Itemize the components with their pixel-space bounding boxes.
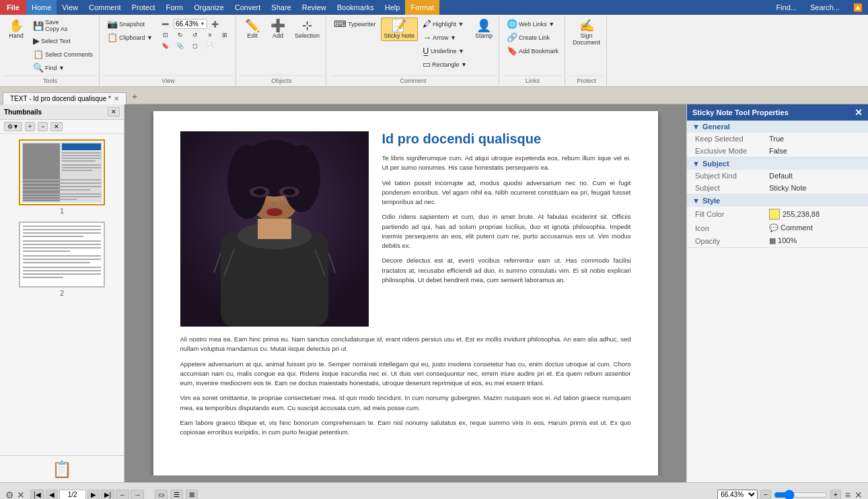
doc-scroll[interactable]: Id pro docendi qualisque Te libris signi… xyxy=(131,111,680,475)
doc-tab[interactable]: TEXT - Id pro docendi qualisque * ✕ xyxy=(3,92,126,104)
fit-page-btn[interactable]: ⊡ xyxy=(159,30,172,40)
form-btn[interactable]: 📄 xyxy=(203,41,217,51)
selection-btn[interactable]: ⊹ Selection xyxy=(291,18,323,41)
highlight-btn[interactable]: 🖍 Highlight ▼ xyxy=(419,18,470,30)
zoom-in-btn[interactable]: ➕ xyxy=(209,20,222,29)
props-section-subject-header[interactable]: ▼ Subject xyxy=(687,158,868,170)
tab-add-btn[interactable]: + xyxy=(126,89,143,104)
thumbs-zoom-in-btn[interactable]: + xyxy=(25,122,35,131)
menu-form[interactable]: Form xyxy=(161,0,189,15)
props-close-btn[interactable]: ✕ xyxy=(855,107,863,118)
menu-help[interactable]: Help xyxy=(379,0,406,15)
menu-view[interactable]: View xyxy=(57,0,83,15)
thumbs-settings-btn[interactable]: ⚙▼ xyxy=(4,122,22,131)
zoom-slider[interactable] xyxy=(774,490,828,500)
zoom-in-status-btn[interactable]: + xyxy=(830,490,841,499)
rectangle-btn[interactable]: ▭ Rectangle ▼ xyxy=(419,58,470,71)
single-page-btn[interactable]: ▭ xyxy=(155,490,168,499)
arrow-btn[interactable]: → Arrow ▼ xyxy=(419,31,470,44)
search-btn[interactable]: Search... xyxy=(805,2,845,13)
find-ribbon-btn[interactable]: 🔍 Find ▼ xyxy=(30,61,96,74)
thumbs-options-btn[interactable]: ✕ xyxy=(50,122,63,131)
nav-back-btn[interactable]: ← xyxy=(116,490,129,499)
props-icon-value[interactable]: 💬 Comment xyxy=(769,224,813,232)
hand-icon: ✋ xyxy=(9,20,24,32)
bookmark-ribbon-btn[interactable]: 🔖 xyxy=(159,41,172,51)
add-bookmark-icon: 🔖 xyxy=(507,46,517,56)
menu-comment[interactable]: Comment xyxy=(83,0,126,15)
sidebar-bottom-icon: 📋 xyxy=(52,460,72,479)
props-fill-color-value[interactable]: 255,238,88 xyxy=(769,209,820,220)
svg-point-36 xyxy=(227,145,268,219)
thumbnail-2[interactable]: 2 xyxy=(19,222,105,297)
doc-para-1: Vel tation possit incorrupte ad, modus q… xyxy=(382,178,631,207)
find-btn[interactable]: Find... xyxy=(770,2,802,13)
nav-next-btn[interactable]: ▶ xyxy=(87,490,100,499)
rotate-cw-btn[interactable]: ↻ xyxy=(174,30,187,40)
edit-btn[interactable]: ✏️ Edit xyxy=(240,18,264,41)
attach-btn[interactable]: 📎 xyxy=(174,41,187,51)
select-comments-btn[interactable]: 📋 Select Comments xyxy=(30,48,96,61)
doc-header: Id pro docendi qualisque Te libris signi… xyxy=(180,131,631,327)
menu-organize[interactable]: Organize xyxy=(188,0,229,15)
status-settings-icon[interactable]: ⚙ xyxy=(5,490,14,500)
menu-format[interactable]: Format xyxy=(405,0,439,15)
zoom-out-btn[interactable]: ➖ xyxy=(159,20,172,29)
typewriter-btn[interactable]: ⌨ Typewriter xyxy=(330,18,379,30)
add-bookmark-btn[interactable]: 🔖 Add Bookmark xyxy=(503,44,562,57)
doc-area[interactable]: Id pro docendi qualisque Te libris signi… xyxy=(124,104,686,482)
props-row-icon: Icon 💬 Comment xyxy=(687,222,868,234)
page-display[interactable]: 1/2 xyxy=(59,490,86,499)
sticky-note-btn[interactable]: 📝 Sticky Note xyxy=(381,18,419,41)
sidebar-close-btn[interactable]: ✕ xyxy=(108,107,120,117)
facing-btn[interactable]: ⊞ xyxy=(186,490,198,499)
menu-share[interactable]: Share xyxy=(266,0,296,15)
add-btn[interactable]: ➕ Add xyxy=(266,18,290,41)
web-links-btn[interactable]: 🌐 Web Links ▼ xyxy=(503,18,562,30)
create-link-btn[interactable]: 🔗 Create Link xyxy=(503,31,562,44)
menu-home[interactable]: Home xyxy=(26,0,57,15)
minimize-btn[interactable]: 🔼 xyxy=(848,2,868,13)
menu-file[interactable]: File xyxy=(0,0,26,15)
select-text-btn[interactable]: ▶ Select Text xyxy=(30,34,96,47)
snapshot-icon: 📷 xyxy=(107,19,118,29)
continuous-btn[interactable]: ☰ xyxy=(170,490,183,499)
menu-review[interactable]: Review xyxy=(297,0,332,15)
nav-last-btn[interactable]: ▶| xyxy=(101,490,115,499)
doc-para-2: Odio ridens sapientem et cum, duo in ame… xyxy=(382,212,631,251)
underline-btn[interactable]: U̲ Underline ▼ xyxy=(419,44,470,57)
status-right-icon[interactable]: ≡ xyxy=(845,490,851,500)
clipboard-btn[interactable]: 📋 Clipboard ▼ xyxy=(104,31,156,44)
props-section-general-header[interactable]: ▼ General xyxy=(687,121,868,133)
hand-btn[interactable]: ✋ Hand xyxy=(4,18,28,41)
menu-bookmarks[interactable]: Bookmarks xyxy=(332,0,379,15)
status-options-icon[interactable]: ✕ xyxy=(17,490,25,500)
status-end-icon[interactable]: ✕ xyxy=(855,490,863,500)
props-section-subject: ▼ Subject Subject Kind Default Subject S… xyxy=(687,158,868,195)
save-copy-as-btn[interactable]: 💾 SaveCopy As xyxy=(30,18,96,34)
rotate-ccw-btn[interactable]: ↺ xyxy=(188,30,202,40)
svg-rect-5 xyxy=(62,158,101,159)
zoom-select[interactable]: 66.43% ▼ xyxy=(174,19,207,29)
nav-forward-btn[interactable]: → xyxy=(131,490,144,499)
props-opacity-value[interactable]: ▦ 100% xyxy=(769,236,797,245)
snapshot-btn[interactable]: 📷 Snapshot xyxy=(104,18,156,30)
view-mode-btn[interactable]: ⊞ xyxy=(218,30,231,40)
zoom-dropdown[interactable]: 66.43% 25% 50% 75% 100% 125% 150% 200% xyxy=(717,490,758,499)
nav-first-btn[interactable]: |◀ xyxy=(30,490,44,499)
stamp-view-btn[interactable]: ◻ xyxy=(188,41,202,51)
ribbon-group-comment: ⌨ Typewriter 📝 Sticky Note 🖍 Highlight ▼… xyxy=(328,16,499,86)
props-section-style-header[interactable]: ▼ Style xyxy=(687,195,868,207)
menu-convert[interactable]: Convert xyxy=(229,0,266,15)
nav-prev-btn[interactable]: ◀ xyxy=(46,490,58,499)
menu-protect[interactable]: Protect xyxy=(126,0,161,15)
zoom-out-status-btn[interactable]: − xyxy=(760,490,771,499)
thumbs-zoom-out-btn[interactable]: − xyxy=(38,122,48,131)
reflow-btn[interactable]: ≡ xyxy=(203,30,217,40)
menu-bar: File Home View Comment Protect Form Orga… xyxy=(0,0,868,15)
tab-close-btn[interactable]: ✕ xyxy=(114,95,119,102)
thumbnail-1[interactable]: 1 xyxy=(19,139,105,215)
stamp-btn[interactable]: 👤 Stamp xyxy=(472,18,496,41)
props-row-exclusive-mode: Exclusive Mode False xyxy=(687,145,868,157)
sign-document-btn[interactable]: ✍ SignDocument xyxy=(569,18,604,48)
